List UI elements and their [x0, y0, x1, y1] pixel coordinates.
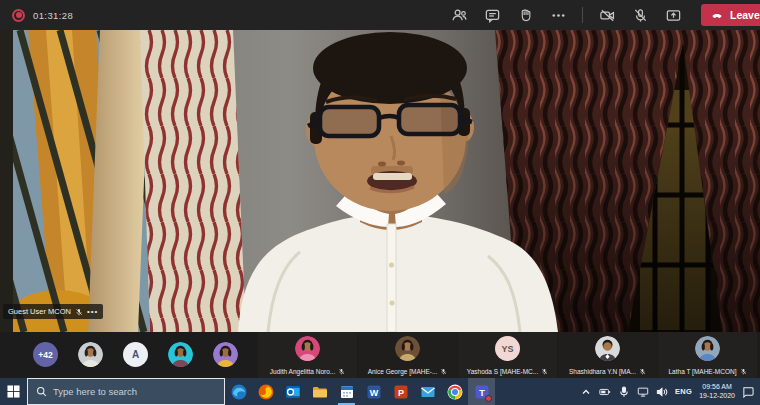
mic-off-icon: [440, 368, 447, 375]
taskbar-app-chrome[interactable]: [441, 378, 468, 405]
light-curtain: [140, 30, 246, 332]
participant-name: Judith Angelitta Noro...: [270, 368, 335, 375]
camera-off-icon: [599, 7, 616, 24]
volume-icon[interactable]: [656, 386, 668, 398]
participant-thumbnail[interactable]: Shashidhara Y.N [MA...: [558, 332, 657, 378]
network-icon[interactable]: [637, 386, 649, 398]
record-icon: [12, 9, 25, 22]
recording-indicator: 01:31:28: [12, 9, 73, 22]
avatar: [695, 336, 720, 361]
chat-button[interactable]: [481, 4, 503, 26]
phone-hangup-icon: [710, 8, 724, 22]
toolbar-divider: [582, 7, 583, 23]
start-button[interactable]: [0, 378, 27, 405]
battery-icon[interactable]: [599, 386, 611, 398]
taskbar-clock[interactable]: 09:56 AM 19-12-2020: [699, 383, 735, 400]
clock-date: 19-12-2020: [699, 392, 735, 401]
language-indicator[interactable]: ENG: [675, 387, 692, 396]
meeting-timer: 01:31:28: [33, 10, 73, 21]
mic-toggle-button[interactable]: [629, 4, 651, 26]
edge-icon: [231, 384, 247, 400]
participant-name: Guest User MCON: [8, 307, 71, 316]
outlook-icon: [285, 384, 301, 400]
participant-name: Shashidhara Y.N [MA...: [569, 368, 636, 375]
initials-avatar: YS: [495, 336, 520, 361]
notification-badge: [485, 395, 492, 402]
people-icon: [451, 7, 468, 24]
firefox-icon: [258, 384, 274, 400]
taskbar-app-mail[interactable]: [414, 378, 441, 405]
powerpoint-icon: P: [393, 384, 409, 400]
overflow-count-badge[interactable]: +42: [33, 342, 58, 367]
taskbar-app-outlook[interactable]: [279, 378, 306, 405]
folder-icon: [312, 384, 328, 400]
raise-hand-icon: [517, 7, 534, 24]
microphone-tray-icon[interactable]: [618, 386, 630, 398]
system-tray: ENG 09:56 AM 19-12-2020: [580, 378, 760, 405]
chrome-icon: [447, 384, 463, 400]
mail-icon: [420, 384, 436, 400]
more-icon: [550, 7, 567, 24]
participant-bubble[interactable]: [78, 342, 103, 367]
avatar: [78, 342, 103, 367]
taskbar-app-edge[interactable]: [225, 378, 252, 405]
mic-off-icon: [75, 308, 83, 316]
mic-off-icon: [632, 7, 649, 24]
svg-text:T: T: [479, 387, 485, 397]
leave-label: Leave: [730, 9, 760, 21]
participants-button[interactable]: [448, 4, 470, 26]
more-actions-button[interactable]: [547, 4, 569, 26]
participant-strip: +42 A: [0, 332, 760, 378]
word-icon: W: [366, 384, 382, 400]
participant-thumbnail[interactable]: Latha T [MAHE-MCON]: [658, 332, 757, 378]
windows-logo-icon: [7, 385, 20, 398]
chat-icon: [484, 7, 501, 24]
participant-name: Yashoda S [MAHE-MC...: [467, 368, 538, 375]
main-video-tile[interactable]: Guest User MCON •••: [0, 30, 760, 332]
mic-off-icon: [541, 368, 548, 375]
participant-thumbnail[interactable]: Judith Angelitta Noro...: [258, 332, 357, 378]
participant-thumbnail[interactable]: Anice George [MAHE-...: [358, 332, 457, 378]
share-screen-button[interactable]: [662, 4, 684, 26]
mic-off-icon: [338, 368, 345, 375]
taskbar-app-powerpoint[interactable]: P: [387, 378, 414, 405]
clock-time: 09:56 AM: [699, 383, 735, 392]
windows-taskbar: W P: [0, 378, 760, 405]
avatar: [395, 336, 420, 361]
raise-hand-button[interactable]: [514, 4, 536, 26]
calendar-icon: [339, 384, 355, 400]
avatar: [295, 336, 320, 361]
meeting-toolbar: 01:31:28: [0, 0, 760, 30]
letter-avatar[interactable]: A: [123, 342, 148, 367]
hidden-icons-chevron[interactable]: [580, 386, 592, 398]
taskbar-app-word[interactable]: W: [360, 378, 387, 405]
action-center-icon[interactable]: [742, 386, 754, 398]
participant-name-label: Guest User MCON •••: [3, 304, 103, 319]
mic-off-icon: [740, 368, 747, 375]
taskbar-search[interactable]: [27, 378, 225, 405]
participant-thumbnail[interactable]: YS Yashoda S [MAHE-MC...: [458, 332, 557, 378]
tile-more-button[interactable]: •••: [87, 309, 98, 315]
avatar: [168, 342, 193, 367]
participant-bubble[interactable]: [168, 342, 193, 367]
desktop-screen: 01:31:28: [0, 0, 760, 405]
participant-bubble[interactable]: [213, 342, 238, 367]
svg-text:W: W: [369, 387, 378, 397]
svg-text:P: P: [397, 387, 403, 397]
avatar: [595, 336, 620, 361]
participant-name: Latha T [MAHE-MCON]: [668, 368, 736, 375]
mic-off-icon: [639, 368, 646, 375]
camera-toggle-button[interactable]: [596, 4, 618, 26]
taskbar-app-calendar[interactable]: [333, 378, 360, 405]
search-icon: [36, 386, 47, 397]
taskbar-app-firefox[interactable]: [252, 378, 279, 405]
taskbar-app-teams[interactable]: T: [468, 378, 495, 405]
leave-button[interactable]: Leave: [701, 4, 760, 26]
participant-name: Anice George [MAHE-...: [368, 368, 438, 375]
search-input[interactable]: [53, 386, 213, 397]
share-screen-icon: [665, 7, 682, 24]
speaker-video-scene: [0, 30, 760, 332]
taskbar-app-file-explorer[interactable]: [306, 378, 333, 405]
avatar: [213, 342, 238, 367]
